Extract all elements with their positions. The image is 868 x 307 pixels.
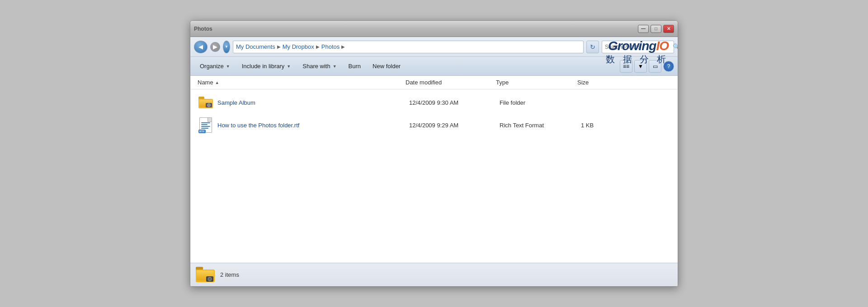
- file-date: 12/4/2009 9:29 AM: [409, 122, 500, 129]
- file-type: Rich Text Format: [500, 122, 581, 129]
- file-list: Sample Album 12/4/2009 9:30 AM File fold…: [190, 89, 678, 263]
- col-header-date[interactable]: Date modified: [406, 79, 496, 86]
- organize-label: Organize: [200, 63, 224, 70]
- share-with-button[interactable]: Share with ▼: [297, 60, 342, 73]
- include-dropdown-icon: ▼: [287, 64, 291, 69]
- title-bar: Photos — □ ✕: [190, 21, 678, 37]
- col-type-label: Type: [496, 79, 509, 86]
- folder-icon: [198, 94, 214, 111]
- refresh-icon: ↻: [590, 43, 595, 51]
- forward-icon: ▶: [213, 43, 217, 50]
- growingio-logo-text: Growing: [608, 39, 656, 53]
- breadcrumb-sep-2: ▶: [316, 44, 320, 49]
- explorer-window: Photos — □ ✕ GrowingIO 数 据 分 析 ◀ ▶ ▼ My …: [190, 20, 678, 287]
- close-button[interactable]: ✕: [663, 25, 674, 33]
- status-item-count: 2 items: [220, 271, 239, 278]
- sort-arrow-icon: ▲: [215, 80, 219, 85]
- include-in-library-label: Include in library: [242, 63, 285, 70]
- burn-button[interactable]: Burn: [343, 60, 367, 73]
- column-headers: Name ▲ Date modified Type Size: [190, 76, 678, 89]
- back-button[interactable]: ◀: [194, 41, 208, 53]
- rtf-icon: RTF: [198, 117, 214, 133]
- growingio-overlay: GrowingIO 数 据 分 析: [606, 39, 669, 65]
- status-folder-icon: [196, 267, 215, 283]
- col-header-type[interactable]: Type: [496, 79, 577, 86]
- minimize-button[interactable]: —: [638, 25, 649, 33]
- growingio-logo-orange: IO: [656, 39, 669, 53]
- file-type: File folder: [500, 99, 581, 106]
- organize-dropdown-icon: ▼: [226, 64, 230, 69]
- file-name: Sample Album: [217, 99, 409, 106]
- table-row[interactable]: Sample Album 12/4/2009 9:30 AM File fold…: [190, 91, 678, 114]
- breadcrumb-sep-1: ▶: [277, 44, 281, 49]
- title-bar-left: Photos: [194, 26, 212, 32]
- breadcrumb-bar: My Documents ▶ My Dropbox ▶ Photos ▶: [233, 41, 584, 53]
- file-name: How to use the Photos folder.rtf: [217, 122, 409, 129]
- breadcrumb-item-dropbox[interactable]: My Dropbox: [283, 43, 314, 50]
- file-date: 12/4/2009 9:30 AM: [409, 99, 500, 106]
- growingio-logo: GrowingIO: [608, 39, 669, 53]
- organize-button[interactable]: Organize ▼: [194, 60, 236, 73]
- share-dropdown-icon: ▼: [333, 64, 337, 69]
- refresh-button[interactable]: ↻: [586, 41, 599, 53]
- new-folder-label: New folder: [373, 63, 401, 70]
- burn-label: Burn: [349, 63, 361, 70]
- toolbar: Organize ▼ Include in library ▼ Share wi…: [190, 57, 678, 76]
- col-name-label: Name: [198, 79, 213, 86]
- col-size-label: Size: [577, 79, 589, 86]
- maximize-button[interactable]: □: [651, 25, 661, 33]
- title-bar-controls: — □ ✕: [638, 25, 674, 33]
- col-header-size[interactable]: Size: [577, 79, 632, 86]
- growingio-subtitle: 数 据 分 析: [606, 53, 669, 65]
- col-header-name[interactable]: Name ▲: [198, 79, 406, 86]
- include-in-library-button[interactable]: Include in library ▼: [236, 60, 297, 73]
- file-size: 1 KB: [581, 122, 635, 129]
- table-row[interactable]: RTF How to use the Photos folder.rtf 12/…: [190, 114, 678, 136]
- search-icon[interactable]: 🔍: [673, 43, 678, 50]
- address-bar: ◀ ▶ ▼ My Documents ▶ My Dropbox ▶ Photos…: [190, 37, 678, 57]
- share-with-label: Share with: [302, 63, 330, 70]
- col-date-label: Date modified: [406, 79, 442, 86]
- chevron-down-icon: ▼: [225, 45, 228, 49]
- new-folder-button[interactable]: New folder: [367, 60, 406, 73]
- back-icon: ◀: [198, 43, 203, 50]
- window-title: Photos: [194, 26, 212, 32]
- breadcrumb-sep-3: ▶: [341, 44, 345, 49]
- nav-dropdown-button[interactable]: ▼: [223, 41, 230, 53]
- forward-button[interactable]: ▶: [210, 42, 220, 52]
- breadcrumb-item-documents[interactable]: My Documents: [236, 43, 275, 50]
- status-bar: 2 items: [190, 263, 678, 286]
- breadcrumb-item-photos[interactable]: Photos: [321, 43, 340, 50]
